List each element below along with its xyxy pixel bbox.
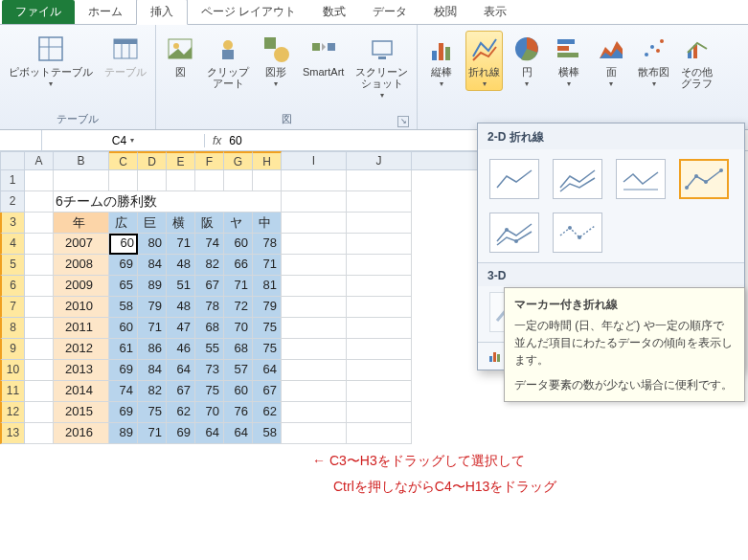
cell[interactable]	[109, 170, 138, 191]
cell-value[interactable]: 71	[138, 423, 167, 444]
shapes-button[interactable]: 図形 ▾	[258, 31, 294, 91]
pie-chart-button[interactable]: 円 ▾	[509, 31, 545, 91]
cell[interactable]	[282, 318, 347, 339]
cell-value[interactable]: 68	[224, 339, 253, 360]
cell-value[interactable]: 71	[138, 318, 167, 339]
row-header[interactable]: 2	[0, 191, 25, 213]
cell[interactable]	[25, 297, 54, 318]
cell[interactable]	[347, 402, 412, 423]
cell-value[interactable]: 69	[109, 255, 138, 276]
cell-year[interactable]: 2012	[54, 339, 109, 360]
line-chart-option-1[interactable]	[489, 159, 539, 199]
cell[interactable]	[347, 339, 412, 360]
cell-value[interactable]: 71	[253, 255, 282, 276]
cell[interactable]	[282, 360, 347, 381]
cell[interactable]	[282, 170, 347, 191]
cell-year[interactable]: 2013	[54, 360, 109, 381]
col-header[interactable]: G	[224, 151, 253, 170]
cell[interactable]	[347, 234, 412, 255]
cell[interactable]	[347, 423, 412, 444]
cell-value[interactable]: 61	[109, 339, 138, 360]
cell[interactable]	[347, 213, 412, 234]
cell[interactable]	[282, 255, 347, 276]
cell-year[interactable]: 2008	[54, 255, 109, 276]
header-team[interactable]: 中	[253, 213, 282, 234]
tab-review[interactable]: 校閲	[420, 0, 470, 24]
cell[interactable]	[347, 276, 412, 297]
cell-value[interactable]: 48	[167, 297, 195, 318]
cell[interactable]	[253, 170, 282, 191]
cell-value[interactable]: 48	[167, 255, 195, 276]
col-header[interactable]: A	[25, 151, 54, 170]
cell-value[interactable]: 70	[224, 318, 253, 339]
cell-value[interactable]: 64	[224, 423, 253, 444]
area-chart-button[interactable]: 面 ▾	[593, 31, 629, 91]
cell-value[interactable]: 72	[224, 297, 253, 318]
cell[interactable]	[25, 360, 54, 381]
line-chart-marker-option[interactable]	[679, 159, 729, 199]
col-header[interactable]: D	[138, 151, 167, 170]
bar-chart-button[interactable]: 横棒 ▾	[551, 31, 587, 91]
cell-value[interactable]: 46	[167, 339, 195, 360]
cell-value[interactable]: 47	[167, 318, 195, 339]
cell-value[interactable]: 69	[109, 402, 138, 423]
row-header[interactable]: 1	[0, 170, 25, 191]
tab-view[interactable]: 表示	[470, 0, 520, 24]
dialog-launcher-icon[interactable]: ↘	[397, 116, 409, 127]
cell-value[interactable]: 75	[253, 318, 282, 339]
header-team[interactable]: 広	[109, 213, 138, 234]
cell[interactable]	[195, 170, 224, 191]
cell-value[interactable]: 81	[253, 276, 282, 297]
row-header[interactable]: 8	[0, 318, 25, 339]
col-header[interactable]: E	[167, 151, 195, 170]
cell-value[interactable]: 82	[195, 255, 224, 276]
cell[interactable]	[25, 276, 54, 297]
cell-value[interactable]: 60	[109, 318, 138, 339]
col-header[interactable]: F	[195, 151, 224, 170]
cell[interactable]	[347, 191, 412, 213]
row-header[interactable]: 6	[0, 276, 25, 297]
row-header[interactable]: 10	[0, 360, 25, 381]
cell-value[interactable]: 51	[167, 276, 195, 297]
row-header[interactable]: 7	[0, 297, 25, 318]
cell-year[interactable]: 2014	[54, 381, 109, 402]
cell-value[interactable]: 67	[195, 276, 224, 297]
cell-value[interactable]: 89	[109, 423, 138, 444]
col-header[interactable]: J	[347, 151, 412, 170]
cell[interactable]	[282, 213, 347, 234]
cell-value[interactable]: 69	[109, 360, 138, 381]
cell[interactable]	[347, 360, 412, 381]
cell-value[interactable]: 79	[138, 297, 167, 318]
col-header[interactable]: C	[109, 151, 138, 170]
clipart-button[interactable]: クリップ アート	[204, 31, 252, 92]
table-button[interactable]: テーブル	[102, 31, 149, 80]
cell[interactable]	[347, 381, 412, 402]
cell[interactable]	[347, 318, 412, 339]
cell-value[interactable]: 78	[195, 297, 224, 318]
cell[interactable]	[282, 191, 347, 213]
cell[interactable]	[282, 276, 347, 297]
cell[interactable]	[25, 402, 54, 423]
cell[interactable]	[25, 255, 54, 276]
line-chart-option-5[interactable]	[489, 213, 539, 253]
cell-value[interactable]: 57	[224, 360, 253, 381]
line-chart-option-6[interactable]	[553, 213, 602, 253]
col-header[interactable]: H	[253, 151, 282, 170]
cell-value[interactable]: 80	[138, 234, 167, 255]
cell[interactable]	[138, 170, 167, 191]
cell-value[interactable]: 55	[195, 339, 224, 360]
smartart-button[interactable]: SmartArt	[300, 31, 347, 80]
cell-year[interactable]: 2009	[54, 276, 109, 297]
header-team[interactable]: 阪	[195, 213, 224, 234]
cell[interactable]	[25, 339, 54, 360]
line-chart-button[interactable]: 折れ線 ▾	[465, 31, 503, 91]
cell[interactable]	[347, 297, 412, 318]
cell-value[interactable]: 60	[224, 234, 253, 255]
cell-value[interactable]: 74	[195, 234, 224, 255]
fx-icon[interactable]: fx	[213, 134, 221, 147]
header-team[interactable]: 横	[167, 213, 195, 234]
cell[interactable]	[167, 170, 195, 191]
cell-value[interactable]: 75	[253, 339, 282, 360]
row-header[interactable]: 12	[0, 402, 25, 423]
cell[interactable]	[25, 318, 54, 339]
